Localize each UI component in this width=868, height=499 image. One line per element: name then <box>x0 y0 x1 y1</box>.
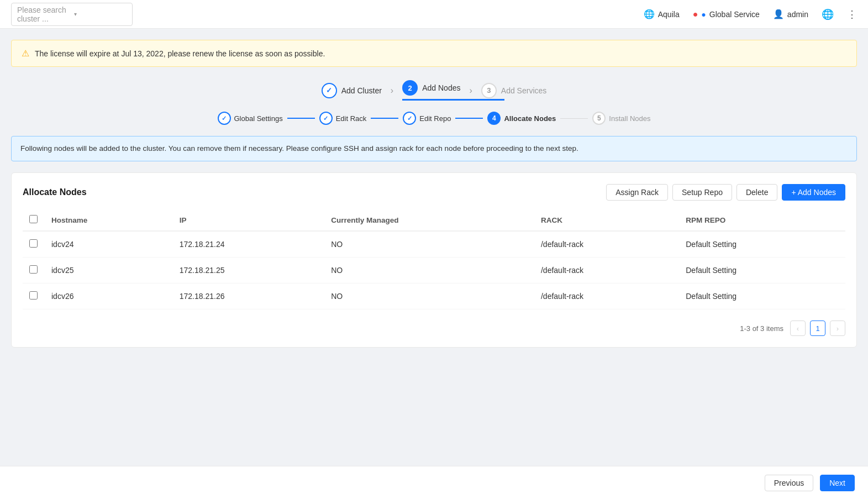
checkmark-icon <box>326 86 332 94</box>
sub-step-global-settings: ✓ Global Settings <box>218 112 283 125</box>
more-options-icon[interactable]: ⋮ <box>847 8 857 20</box>
wizard-step-3: 3 Add Services <box>481 83 546 98</box>
table-row: idcv25 172.18.21.25 NO /default-rack Def… <box>23 258 845 283</box>
row-checkbox[interactable] <box>29 265 38 274</box>
sub-step-5-circle: 5 <box>592 112 606 125</box>
allocate-nodes-section: Allocate Nodes Assign Rack Setup Repo De… <box>11 172 857 348</box>
step-separator-1: › <box>391 86 393 96</box>
currently-managed-col-header: Currently Managed <box>324 209 534 231</box>
add-nodes-button[interactable]: + Add Nodes <box>782 184 845 201</box>
delete-button[interactable]: Delete <box>737 184 777 201</box>
admin-label: admin <box>787 10 808 19</box>
rpm-repo-cell: Default Setting <box>679 231 845 258</box>
sub-step-dash-1 <box>287 118 315 119</box>
hostname-cell: idcv25 <box>45 258 173 283</box>
sub-step-edit-rack: ✓ Edit Rack <box>319 112 367 125</box>
license-banner: ⚠ The license will expire at Jul 13, 202… <box>11 40 857 67</box>
sub-step-edit-repo: ✓ Edit Repo <box>403 112 451 125</box>
ip-cell: 172.18.21.24 <box>173 231 325 258</box>
global-service-icon: ● <box>693 9 698 19</box>
step-1-label: Add Cluster <box>341 86 382 95</box>
assign-rack-button[interactable]: Assign Rack <box>606 184 668 201</box>
header: Please search cluster ... ▾ 🌐 Aquila ●● … <box>0 0 868 29</box>
sub-step-2-label: Edit Rack <box>336 114 367 123</box>
cluster-search[interactable]: Please search cluster ... ▾ <box>11 3 133 26</box>
search-placeholder-text: Please search cluster ... <box>17 6 70 23</box>
row-checkbox-cell <box>23 231 45 258</box>
step-1-circle <box>322 83 337 98</box>
sub-step-4-label: Allocate Nodes <box>504 114 556 123</box>
currently-managed-cell: NO <box>324 231 534 258</box>
table-row: idcv24 172.18.21.24 NO /default-rack Def… <box>23 231 845 258</box>
sub-step-dash-3 <box>455 118 483 119</box>
sub-step-3-circle: ✓ <box>403 112 416 125</box>
pagination: 1-3 of 3 items ‹ 1 › <box>23 321 845 336</box>
sub-step-install-nodes: 5 Install Nodes <box>592 112 650 125</box>
step-3-circle: 3 <box>481 83 497 98</box>
row-checkbox-cell <box>23 283 45 309</box>
sub-step-3-label: Edit Repo <box>419 114 451 123</box>
select-all-checkbox[interactable] <box>29 215 38 223</box>
table-body: idcv24 172.18.21.24 NO /default-rack Def… <box>23 231 845 309</box>
language-icon[interactable]: 🌐 <box>822 8 834 20</box>
sub-step-2-circle: ✓ <box>319 112 333 125</box>
aquila-icon: 🌐 <box>644 9 655 19</box>
wizard-sub-steps: ✓ Global Settings ✓ Edit Rack ✓ Edit Rep… <box>11 112 857 125</box>
table-header-row: Hostname IP Currently Managed RACK RPM R… <box>23 209 845 231</box>
ip-cell: 172.18.21.25 <box>173 258 325 283</box>
ip-col-header: IP <box>173 209 325 231</box>
step-separator-2: › <box>469 86 472 96</box>
wizard-step-2: 2 Add Nodes <box>402 80 460 101</box>
setup-repo-button[interactable]: Setup Repo <box>672 184 732 201</box>
hostname-cell: idcv24 <box>45 231 173 258</box>
rpm-repo-cell: Default Setting <box>679 283 845 309</box>
sub-step-dash-2 <box>371 118 398 119</box>
rpm-repo-cell: Default Setting <box>679 258 845 283</box>
rack-col-header: RACK <box>534 209 679 231</box>
nodes-table-wrapper: Hostname IP Currently Managed RACK RPM R… <box>23 209 845 309</box>
global-service-label: Global Service <box>709 10 760 19</box>
currently-managed-cell: NO <box>324 283 534 309</box>
warning-icon: ⚠ <box>22 48 29 59</box>
select-all-col <box>23 209 45 231</box>
row-checkbox[interactable] <box>29 239 38 248</box>
wizard-main-steps: Add Cluster › 2 Add Nodes › 3 Add Servic… <box>11 80 857 101</box>
aquila-label: Aquila <box>658 10 680 19</box>
main-content: ⚠ The license will expire at Jul 13, 202… <box>0 29 868 466</box>
aquila-nav-item[interactable]: 🌐 Aquila <box>644 9 680 19</box>
sub-step-allocate-nodes: 4 Allocate Nodes <box>487 112 556 125</box>
row-checkbox-cell <box>23 258 45 283</box>
admin-nav-item[interactable]: 👤 admin <box>773 9 808 19</box>
step-2-label: Add Nodes <box>422 83 460 92</box>
allocate-title: Allocate Nodes <box>23 187 87 197</box>
wizard-step-1: Add Cluster <box>322 83 382 98</box>
next-page-button[interactable]: › <box>830 321 845 336</box>
rack-cell: /default-rack <box>534 258 679 283</box>
sub-step-1-label: Global Settings <box>234 114 283 123</box>
page-1-button[interactable]: 1 <box>810 321 825 336</box>
global-service-nav-item[interactable]: ●● Global Service <box>693 9 760 19</box>
rpm-repo-col-header: RPM REPO <box>679 209 845 231</box>
ip-cell: 172.18.21.26 <box>173 283 325 309</box>
pagination-info: 1-3 of 3 items <box>740 324 783 333</box>
prev-page-button[interactable]: ‹ <box>790 321 806 336</box>
nodes-table: Hostname IP Currently Managed RACK RPM R… <box>23 209 845 309</box>
info-text: Following nodes will be added to the clu… <box>20 144 578 153</box>
currently-managed-cell: NO <box>324 258 534 283</box>
rack-cell: /default-rack <box>534 231 679 258</box>
sub-step-1-circle: ✓ <box>218 112 231 125</box>
table-row: idcv26 172.18.21.26 NO /default-rack Def… <box>23 283 845 309</box>
step-2-circle: 2 <box>402 80 418 96</box>
license-banner-text: The license will expire at Jul 13, 2022,… <box>35 49 325 58</box>
header-right: 🌐 Aquila ●● Global Service 👤 admin 🌐 ⋮ <box>644 8 857 20</box>
sub-step-5-label: Install Nodes <box>609 114 650 123</box>
sub-step-4-circle: 4 <box>487 112 501 125</box>
sub-step-dash-4 <box>560 118 588 119</box>
row-checkbox[interactable] <box>29 291 38 300</box>
allocate-header: Allocate Nodes Assign Rack Setup Repo De… <box>23 184 845 201</box>
user-icon: 👤 <box>773 9 784 19</box>
allocate-actions: Assign Rack Setup Repo Delete + Add Node… <box>606 184 845 201</box>
hostname-col-header: Hostname <box>45 209 173 231</box>
step-3-label: Add Services <box>501 86 546 95</box>
rack-cell: /default-rack <box>534 283 679 309</box>
